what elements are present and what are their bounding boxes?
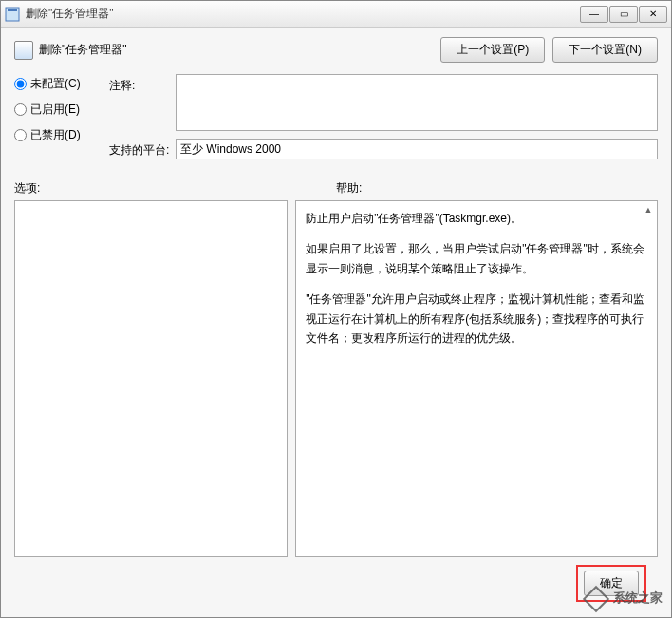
options-label: 选项: bbox=[14, 180, 323, 197]
help-paragraph-3: "任务管理器"允许用户启动或终止程序；监视计算机性能；查看和监视正运行在计算机上… bbox=[306, 290, 647, 347]
radio-disabled[interactable]: 已禁用(D) bbox=[14, 127, 109, 143]
header-left: 删除"任务管理器" bbox=[14, 41, 127, 60]
close-button[interactable]: ✕ bbox=[639, 6, 667, 23]
maximize-button[interactable]: ▭ bbox=[609, 6, 638, 23]
svg-rect-1 bbox=[8, 9, 17, 11]
radio-not-configured-input[interactable] bbox=[14, 78, 27, 90]
platform-value: 至少 Windows 2000 bbox=[180, 141, 281, 158]
radio-group: 未配置(C) 已启用(E) 已禁用(D) bbox=[14, 74, 109, 167]
platform-select[interactable]: 至少 Windows 2000 bbox=[176, 139, 658, 159]
radio-enabled-input[interactable] bbox=[14, 103, 27, 116]
window-controls: — ▭ ✕ bbox=[580, 6, 667, 23]
ok-button[interactable]: 确定 bbox=[584, 571, 639, 596]
nav-buttons: 上一个设置(P) 下一个设置(N) bbox=[440, 37, 658, 63]
help-paragraph-2: 如果启用了此设置，那么，当用户尝试启动"任务管理器"时，系统会显示一则消息，说明… bbox=[306, 239, 647, 278]
policy-icon bbox=[14, 41, 33, 60]
dialog-window: 删除"任务管理器" — ▭ ✕ 删除"任务管理器" 上一个设置(P) 下一个设置… bbox=[0, 0, 672, 618]
help-paragraph-1: 防止用户启动"任务管理器"(Taskmgr.exe)。 bbox=[306, 209, 647, 228]
radio-enabled[interactable]: 已启用(E) bbox=[14, 102, 109, 118]
radio-enabled-label: 已启用(E) bbox=[30, 102, 80, 118]
radio-disabled-input[interactable] bbox=[14, 129, 27, 141]
scroll-up-icon[interactable]: ▲ bbox=[642, 203, 655, 216]
help-panel: ▲ 防止用户启动"任务管理器"(Taskmgr.exe)。 如果启用了此设置，那… bbox=[295, 200, 658, 557]
app-icon bbox=[5, 7, 20, 22]
footer: 确定 bbox=[14, 557, 658, 609]
prev-setting-button[interactable]: 上一个设置(P) bbox=[440, 37, 545, 63]
comment-textarea[interactable] bbox=[176, 74, 658, 131]
options-panel bbox=[14, 200, 288, 557]
minimize-button[interactable]: — bbox=[580, 6, 608, 23]
ok-highlight: 确定 bbox=[576, 565, 646, 602]
window-title: 删除"任务管理器" bbox=[26, 6, 580, 22]
panels: ▲ 防止用户启动"任务管理器"(Taskmgr.exe)。 如果启用了此设置，那… bbox=[14, 200, 658, 557]
radio-disabled-label: 已禁用(D) bbox=[30, 127, 81, 143]
next-setting-button[interactable]: 下一个设置(N) bbox=[552, 37, 658, 63]
comment-label: 注释: bbox=[109, 74, 176, 131]
titlebar: 删除"任务管理器" — ▭ ✕ bbox=[1, 1, 671, 28]
radio-not-configured-label: 未配置(C) bbox=[30, 76, 81, 92]
panel-labels: 选项: 帮助: bbox=[14, 180, 658, 197]
platform-label: 支持的平台: bbox=[109, 139, 176, 159]
header-row: 删除"任务管理器" 上一个设置(P) 下一个设置(N) bbox=[14, 37, 658, 63]
radio-not-configured[interactable]: 未配置(C) bbox=[14, 76, 109, 92]
platform-row: 支持的平台: 至少 Windows 2000 bbox=[109, 139, 658, 159]
help-label: 帮助: bbox=[336, 180, 658, 197]
form-column: 注释: 支持的平台: 至少 Windows 2000 bbox=[109, 74, 658, 167]
policy-title: 删除"任务管理器" bbox=[39, 42, 127, 58]
dialog-content: 删除"任务管理器" 上一个设置(P) 下一个设置(N) 未配置(C) 已启用(E… bbox=[1, 28, 671, 617]
comment-row: 注释: bbox=[109, 74, 658, 131]
config-row: 未配置(C) 已启用(E) 已禁用(D) 注释: 支持的平台: bbox=[14, 74, 658, 167]
help-text: 防止用户启动"任务管理器"(Taskmgr.exe)。 如果启用了此设置，那么，… bbox=[306, 209, 647, 347]
